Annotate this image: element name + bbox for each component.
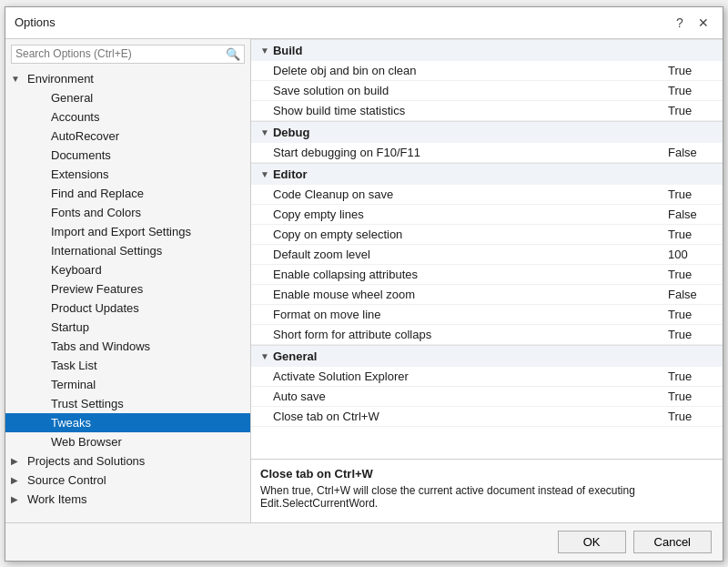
tree-toggle-environment: ▼ [11,74,24,84]
option-row[interactable]: Enable collapsing attributesTrue [251,265,723,285]
tree-label-find-replace: Find and Replace [51,187,144,200]
option-row[interactable]: Code Cleanup on saveTrue [251,185,723,205]
option-value: True [668,328,713,341]
tree-item-work-items[interactable]: ▶Work Items [5,490,250,509]
tree-label-terminal: Terminal [51,378,96,391]
option-row[interactable]: Format on move lineTrue [251,305,723,325]
options-list: ▼BuildDelete obj and bin on cleanTrueSav… [251,39,723,459]
tree-label-accounts: Accounts [51,110,99,124]
description-text: When true, Ctrl+W will close the current… [260,484,713,510]
tree-item-keyboard[interactable]: Keyboard [5,260,250,279]
tree-item-extensions[interactable]: Extensions [5,165,250,184]
option-row[interactable]: Delete obj and bin on cleanTrue [251,61,723,81]
section-toggle-build: ▼ [260,46,269,56]
option-row[interactable]: Copy empty linesFalse [251,205,723,225]
tree-item-tweaks[interactable]: Tweaks [5,413,250,432]
tree-item-documents[interactable]: Documents [5,146,250,165]
tree-item-environment[interactable]: ▼Environment [5,69,250,88]
tree-item-web-browser[interactable]: Web Browser [5,432,250,451]
tree-label-product-updates: Product Updates [51,301,139,315]
option-value: False [668,208,713,221]
option-value: True [668,187,713,201]
tree-item-find-replace[interactable]: Find and Replace [5,184,250,203]
tree-label-task-list: Task List [51,359,97,372]
tree-item-autorecover[interactable]: AutoRecover [5,127,250,146]
option-value: True [668,390,713,403]
option-name: Format on move line [273,308,668,321]
tree-label-projects-solutions: Projects and Solutions [27,454,145,468]
ok-button[interactable]: OK [558,531,626,553]
tree-item-fonts-colors[interactable]: Fonts and Colors [5,203,250,222]
option-row[interactable]: Close tab on Ctrl+WTrue [251,407,723,427]
search-input[interactable] [15,47,226,60]
option-value: True [668,308,713,321]
tree-label-tabs-windows: Tabs and Windows [51,339,150,353]
option-row[interactable]: Start debugging on F10/F11False [251,143,723,163]
tree-label-documents: Documents [51,148,111,162]
tree-item-accounts[interactable]: Accounts [5,107,250,127]
option-value: False [668,288,713,301]
tree-item-product-updates[interactable]: Product Updates [5,299,250,318]
close-button[interactable]: ✕ [693,13,713,33]
option-row[interactable]: Activate Solution ExplorerTrue [251,367,723,387]
tree-label-keyboard: Keyboard [51,263,102,277]
option-row[interactable]: Short form for attribute collapsTrue [251,325,723,345]
tree-item-trust-settings[interactable]: Trust Settings [5,394,250,413]
tree-label-web-browser: Web Browser [51,435,122,449]
help-button[interactable]: ? [670,13,690,33]
tree-item-general[interactable]: General [5,88,250,107]
tree-label-general: General [51,91,93,105]
tree-item-preview-features[interactable]: Preview Features [5,279,250,299]
tree-item-international[interactable]: International Settings [5,241,250,260]
tree-container[interactable]: ▼EnvironmentGeneralAccountsAutoRecoverDo… [5,69,250,522]
option-row[interactable]: Enable mouse wheel zoomFalse [251,285,723,305]
tree-item-tabs-windows[interactable]: Tabs and Windows [5,337,250,356]
tree-item-task-list[interactable]: Task List [5,356,250,375]
option-row[interactable]: Auto saveTrue [251,387,723,407]
option-row[interactable]: Save solution on buildTrue [251,81,723,101]
option-row[interactable]: Copy on empty selectionTrue [251,225,723,245]
option-value: True [668,410,713,423]
tree-label-environment: Environment [27,72,94,86]
option-name: Enable mouse wheel zoom [273,288,668,301]
tree-item-terminal[interactable]: Terminal [5,375,250,394]
option-name: Default zoom level [273,248,668,261]
tree-label-startup: Startup [51,320,89,334]
tree-item-import-export[interactable]: Import and Export Settings [5,222,250,241]
option-row[interactable]: Show build time statisticsTrue [251,101,723,121]
option-name: Start debugging on F10/F11 [273,146,668,159]
section-label-build: Build [273,44,303,57]
tree-label-trust-settings: Trust Settings [51,397,124,410]
option-name: Activate Solution Explorer [273,370,668,383]
section-header-debug[interactable]: ▼Debug [251,121,723,143]
section-header-general[interactable]: ▼General [251,345,723,367]
tree-item-source-control[interactable]: ▶Source Control [5,471,250,490]
tree-label-source-control: Source Control [27,473,106,487]
tree-item-startup[interactable]: Startup [5,318,250,337]
option-value: False [668,146,713,159]
section-label-debug: Debug [273,126,309,139]
option-name: Show build time statistics [273,104,668,117]
tree-toggle-projects-solutions: ▶ [11,456,24,466]
section-label-editor: Editor [273,167,308,181]
option-value: 100 [668,248,713,261]
cancel-button[interactable]: Cancel [633,531,712,553]
search-icon: 🔍 [226,47,240,61]
bottom-bar: OK Cancel [5,522,723,561]
tree-label-import-export: Import and Export Settings [51,225,191,238]
search-box[interactable]: 🔍 [11,45,245,64]
tree-label-fonts-colors: Fonts and Colors [51,206,141,219]
section-toggle-general: ▼ [260,351,269,361]
section-header-build[interactable]: ▼Build [251,39,723,61]
section-header-editor[interactable]: ▼Editor [251,163,723,185]
option-row[interactable]: Default zoom level100 [251,245,723,265]
tree-label-international: International Settings [51,244,162,258]
tree-item-projects-solutions[interactable]: ▶Projects and Solutions [5,451,250,471]
title-bar-buttons: ? ✕ [670,13,713,33]
tree-label-preview-features: Preview Features [51,282,143,296]
option-name: Close tab on Ctrl+W [273,410,668,423]
option-name: Save solution on build [273,84,668,97]
option-name: Code Cleanup on save [273,187,668,201]
title-bar: Options ? ✕ [5,7,723,39]
option-name: Copy on empty selection [273,228,668,241]
